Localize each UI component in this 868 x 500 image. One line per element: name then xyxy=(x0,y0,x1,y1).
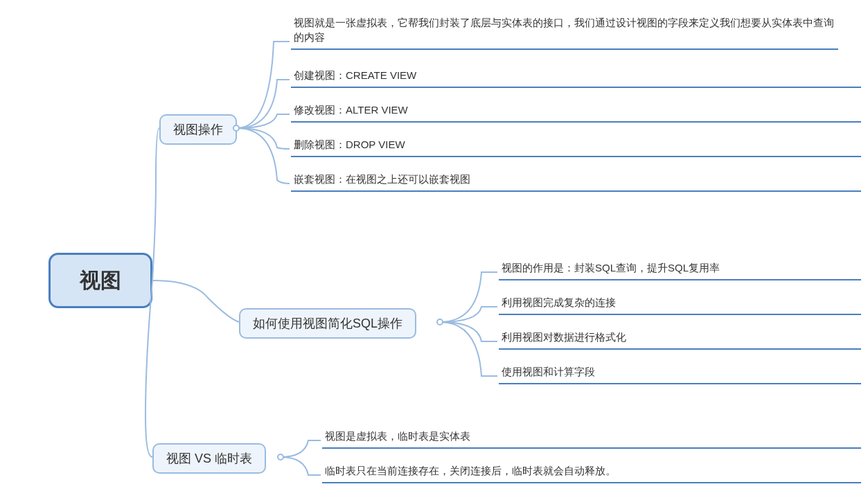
root-node[interactable]: 视图 xyxy=(48,253,152,308)
leaf-simp-3: 使用视图和计算字段 xyxy=(499,360,861,384)
leaf-simp-1: 利用视图完成复杂的连接 xyxy=(499,291,861,315)
branch-node-vs[interactable]: 视图 VS 临时表 xyxy=(152,443,266,474)
junction-simplify xyxy=(436,319,443,325)
branch-node-simplify[interactable]: 如何使用视图简化SQL操作 xyxy=(239,308,416,339)
branch-label-simplify: 如何使用视图简化SQL操作 xyxy=(253,315,402,332)
branch-label-ops: 视图操作 xyxy=(173,121,223,138)
leaf-vs-0: 视图是虚拟表，临时表是实体表 xyxy=(322,425,861,449)
leaf-ops-4: 嵌套视图：在视图之上还可以嵌套视图 xyxy=(291,168,861,192)
leaf-ops-3: 删除视图：DROP VIEW xyxy=(291,133,861,157)
leaf-ops-0: 视图就是一张虚拟表，它帮我们封装了底层与实体表的接口，我们通过设计视图的字段来定… xyxy=(291,11,838,50)
branch-label-vs: 视图 VS 临时表 xyxy=(166,450,252,467)
leaf-ops-2: 修改视图：ALTER VIEW xyxy=(291,98,861,123)
leaf-simp-0: 视图的作用是：封装SQL查询，提升SQL复用率 xyxy=(499,256,861,280)
leaf-simp-2: 利用视图对数据进行格式化 xyxy=(499,325,861,350)
leaf-ops-1: 创建视图：CREATE VIEW xyxy=(291,64,861,88)
root-label: 视图 xyxy=(80,267,121,295)
junction-ops xyxy=(233,125,240,132)
junction-vs xyxy=(277,454,284,461)
branch-node-ops[interactable]: 视图操作 xyxy=(159,114,237,145)
leaf-vs-1: 临时表只在当前连接存在，关闭连接后，临时表就会自动释放。 xyxy=(322,459,861,483)
